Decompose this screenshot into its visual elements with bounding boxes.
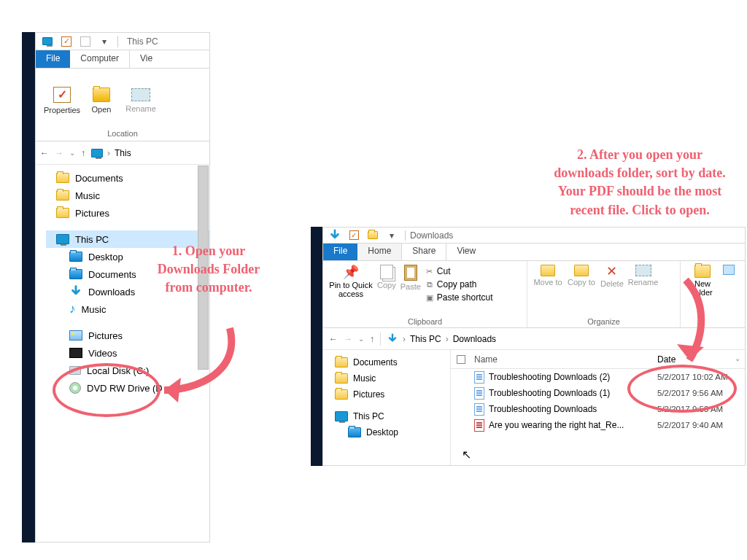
moveto-label: Move to xyxy=(533,278,562,287)
rename-label: Rename xyxy=(628,278,659,287)
tree-label: Downloads xyxy=(88,287,135,298)
scissors-icon: ✂ xyxy=(425,267,434,276)
title-bar: ✓ ▾ Downloads xyxy=(323,228,745,244)
nav-up-icon[interactable]: ↑ xyxy=(81,148,85,158)
nav-history-dropdown[interactable]: ⌄ xyxy=(358,335,364,343)
tree-item-pictures[interactable]: Pictures xyxy=(46,204,209,222)
tab-view[interactable]: Vie xyxy=(130,50,163,68)
select-all-checkbox[interactable] xyxy=(451,355,471,364)
breadcrumb-thispc-icon xyxy=(91,149,103,158)
folder-icon xyxy=(335,389,348,400)
file-icon xyxy=(474,387,484,400)
newitem-icon[interactable] xyxy=(723,265,735,275)
open-label: Open xyxy=(92,105,112,114)
ribbon-copy-button: Copy xyxy=(377,265,396,289)
tab-view[interactable]: View xyxy=(446,244,486,260)
copypath-label: Copy path xyxy=(437,279,477,289)
folder-icon xyxy=(335,373,348,384)
ribbon-rename-button: Rename xyxy=(119,88,163,113)
ribbon-copypath-button: ⧉Copy path xyxy=(425,278,493,291)
qat-dropdown-icon[interactable]: ▾ xyxy=(383,228,400,243)
tree-item-thispc[interactable]: This PC xyxy=(329,408,450,424)
monitor-icon xyxy=(56,234,69,244)
breadcrumb[interactable]: › This xyxy=(91,148,131,158)
moveto-icon xyxy=(541,265,555,276)
qat-separator xyxy=(405,230,406,241)
tab-home[interactable]: Home xyxy=(357,244,402,260)
ribbon-properties-button[interactable]: ✓ Properties xyxy=(40,87,84,114)
file-icon xyxy=(474,419,484,432)
file-icon xyxy=(474,371,484,384)
tree-item-documents[interactable]: Documents xyxy=(329,354,450,370)
tree-label: Music xyxy=(82,304,107,315)
nav-back-icon[interactable]: ← xyxy=(40,148,49,158)
properties-label: Properties xyxy=(44,106,80,114)
nav-history-dropdown[interactable]: ⌄ xyxy=(69,149,75,157)
folder-icon xyxy=(56,173,69,183)
tree-label: Documents xyxy=(353,357,398,368)
tab-file[interactable]: File xyxy=(36,50,70,68)
nav-forward-icon: → xyxy=(55,148,63,158)
ribbon: ✓ Properties Open Rename Location xyxy=(36,69,209,141)
file-row[interactable]: Are you wearing the right hat_Re...5/2/2… xyxy=(451,417,745,433)
annotation-arrow-2 xyxy=(664,274,722,376)
qat-dropdown-icon[interactable]: ▾ xyxy=(96,34,113,49)
tab-share[interactable]: Share xyxy=(402,244,446,260)
tree-item-desktop[interactable]: Desktop xyxy=(329,424,450,440)
ribbon-group-organize: Organize xyxy=(533,317,674,326)
ribbon-cut-button: ✂Cut xyxy=(425,265,493,278)
breadcrumb[interactable]: › This PC › Downloads xyxy=(387,333,496,345)
copy-icon xyxy=(380,265,393,279)
pin-label: Pin to Quick access xyxy=(329,281,373,298)
tree-item-documents[interactable]: Documents xyxy=(46,169,209,187)
tree-label: This PC xyxy=(353,411,384,421)
sort-chevron-icon: ⌄ xyxy=(735,354,740,362)
tree-label: Pictures xyxy=(353,389,384,400)
qat-folder-icon[interactable] xyxy=(364,228,382,243)
tree-label: Music xyxy=(353,373,376,384)
ribbon-pasteshortcut-button: ▣Paste shortcut xyxy=(425,291,493,304)
tree-label: Pictures xyxy=(75,208,109,219)
download-icon xyxy=(69,285,82,298)
qat-checkbox-icon[interactable]: ✓ xyxy=(345,228,363,243)
open-icon xyxy=(93,88,110,102)
file-date: 5/2/2017 9:40 AM xyxy=(657,421,745,429)
qat-checkbox-icon[interactable]: ✓ xyxy=(58,34,75,49)
callout-step2: 2. After you open your downloads folder,… xyxy=(549,146,731,219)
breadcrumb-thispc[interactable]: This PC xyxy=(410,334,441,344)
delete-icon: ✕ xyxy=(605,265,619,278)
sep-icon: › xyxy=(403,334,406,344)
ribbon-paste-button: Paste xyxy=(400,265,421,291)
nav-bar: ← → ⌄ ↑ › This xyxy=(36,141,209,165)
file-name: Troubleshooting Downloads (2) xyxy=(489,372,610,382)
music-icon: ♪ xyxy=(69,302,76,316)
qat-download-icon[interactable] xyxy=(326,228,344,243)
svg-marker-0 xyxy=(164,378,181,402)
ribbon-open-button[interactable]: Open xyxy=(85,88,117,114)
breadcrumb-downloads[interactable]: Downloads xyxy=(453,334,496,344)
ribbon-copyto-button: Copy to xyxy=(567,265,596,287)
rename-icon xyxy=(131,88,150,101)
tree-label: Documents xyxy=(88,269,136,280)
window-title: Downloads xyxy=(410,230,453,241)
column-name[interactable]: Name xyxy=(471,354,657,365)
tree-item-pictures[interactable]: Pictures xyxy=(329,386,450,402)
bluefolder-icon xyxy=(69,252,82,262)
tab-file[interactable]: File xyxy=(323,244,357,260)
tab-computer[interactable]: Computer xyxy=(70,50,130,68)
tree-item-music[interactable]: Music xyxy=(329,370,450,386)
copy-label: Copy xyxy=(377,281,396,289)
title-bar: ✓ ▾ This PC xyxy=(36,33,209,50)
nav-back-icon[interactable]: ← xyxy=(329,334,338,344)
copypath-icon: ⧉ xyxy=(425,280,434,289)
qat-thispc-icon[interactable] xyxy=(39,34,56,49)
file-name: Are you wearing the right hat_Re... xyxy=(489,420,624,430)
window2-dark-edge xyxy=(311,227,322,466)
shortcut-icon: ▣ xyxy=(425,293,434,302)
tree-item-music[interactable]: ♪Music xyxy=(46,300,209,318)
ribbon-pin-button[interactable]: 📌 Pin to Quick access xyxy=(329,265,373,298)
nav-up-icon[interactable]: ↑ xyxy=(370,334,374,344)
delete-label: Delete xyxy=(600,279,624,288)
tree-item-music[interactable]: Music xyxy=(46,187,209,204)
qat-blank-icon[interactable] xyxy=(77,34,94,49)
